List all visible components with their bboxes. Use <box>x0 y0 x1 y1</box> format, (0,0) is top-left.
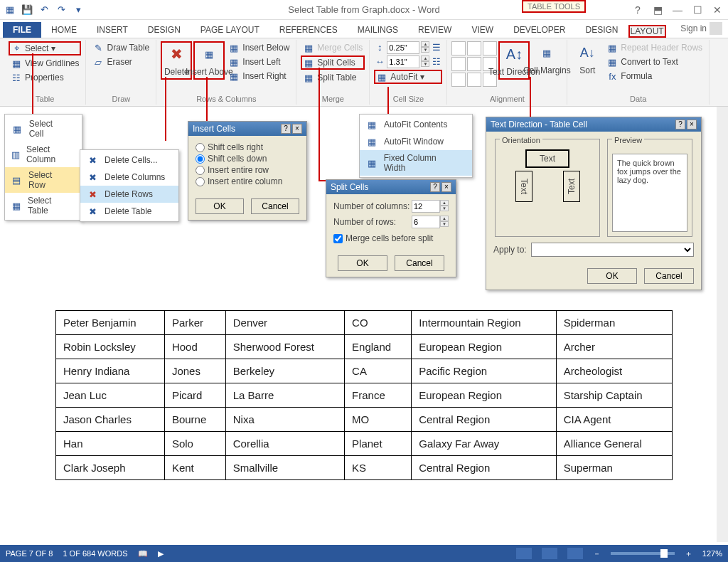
tab-design1[interactable]: DESIGN <box>138 22 191 38</box>
table-cell[interactable]: CIA Agent <box>556 408 672 432</box>
insert-left-button[interactable]: ▦Insert Left <box>226 55 291 68</box>
select-button[interactable]: ⌖Select ▾ <box>9 41 81 55</box>
cols-spin[interactable]: ▲▼ <box>440 200 449 213</box>
tab-pagelayout[interactable]: PAGE LAYOUT <box>191 22 269 38</box>
signin[interactable]: Sign in <box>675 19 728 38</box>
table-cell[interactable]: CA <box>345 359 412 383</box>
redo-icon[interactable]: ↷ <box>54 3 68 17</box>
weblayout-icon[interactable] <box>567 548 583 559</box>
table-cell[interactable]: KS <box>345 456 412 480</box>
zoom-value[interactable]: 127% <box>702 549 722 558</box>
zoom-in-icon[interactable]: ＋ <box>685 548 692 559</box>
fixed-width-item[interactable]: ▦Fixed Column Width <box>360 150 472 176</box>
table-cell[interactable]: Smallville <box>225 456 344 480</box>
delete-rows-item[interactable]: ✖Delete Rows <box>80 186 178 203</box>
width-spinner[interactable]: ▲▼ <box>421 55 429 67</box>
table-row[interactable]: Clark JosephKentSmallvilleKSCentral Regi… <box>56 456 673 480</box>
rows-spin[interactable]: ▲▼ <box>440 216 449 228</box>
insert-col-radio[interactable]: Insert entire column <box>196 176 299 187</box>
ok-button[interactable]: OK <box>196 198 244 214</box>
tab-file[interactable]: FILE <box>3 22 41 38</box>
select-column-item[interactable]: ▥Select Column <box>5 142 82 167</box>
apply-select[interactable] <box>531 243 694 257</box>
close-icon[interactable]: × <box>441 182 451 192</box>
table-cell[interactable]: Berkeley <box>225 359 344 383</box>
delete-cells-item[interactable]: ✖Delete Cells... <box>80 152 178 169</box>
tab-layout[interactable]: LAYOUT <box>628 25 666 38</box>
table-cell[interactable]: European Region <box>412 335 556 359</box>
spell-icon[interactable]: 📖 <box>138 549 148 558</box>
word-icon[interactable]: ▦ <box>3 3 17 17</box>
table-cell[interactable]: European Region <box>412 383 556 408</box>
text-vert1-button[interactable]: Text <box>515 171 532 202</box>
table-cell[interactable]: MO <box>345 408 412 432</box>
printlayout-icon[interactable] <box>542 548 557 559</box>
table-cell[interactable]: Picard <box>164 383 225 408</box>
help-icon[interactable]: ? <box>630 4 646 16</box>
close-icon[interactable]: × <box>687 120 697 129</box>
insert-above-button[interactable]: ▦Insert Above <box>193 41 225 80</box>
table-cell[interactable]: La Barre <box>225 383 344 408</box>
macro-icon[interactable]: ▶ <box>158 549 164 558</box>
table-cell[interactable]: Alliance General <box>556 432 672 456</box>
cancel-button[interactable]: Cancel <box>395 255 444 271</box>
table-cell[interactable]: France <box>345 383 412 408</box>
close-icon[interactable]: × <box>292 124 302 134</box>
tab-developer[interactable]: DEVELOPER <box>503 22 575 38</box>
table-cell[interactable]: Archeologist <box>556 359 672 383</box>
table-cell[interactable]: Sherwood Forest <box>225 335 344 359</box>
rows-input[interactable] <box>412 216 440 228</box>
table-cell[interactable]: Bourne <box>164 408 225 432</box>
table-cell[interactable]: Robin Locksley <box>56 335 165 359</box>
maximize-icon[interactable]: ☐ <box>690 4 705 16</box>
table-row[interactable]: Robin LocksleyHoodSherwood ForestEngland… <box>56 335 673 359</box>
table-row[interactable]: Jean LucPicardLa BarreFranceEuropean Reg… <box>56 383 673 408</box>
select-cell-item[interactable]: ▦Select Cell <box>5 116 82 142</box>
help-icon[interactable]: ? <box>430 182 440 192</box>
undo-icon[interactable]: ↶ <box>37 3 51 17</box>
tab-mailings[interactable]: MAILINGS <box>348 22 408 38</box>
insert-below-button[interactable]: ▦Insert Below <box>226 41 291 54</box>
table-cell[interactable]: Jones <box>164 359 225 383</box>
close-icon[interactable]: ✕ <box>710 4 725 16</box>
table-cell[interactable]: Planet <box>345 432 412 456</box>
table-cell[interactable]: England <box>345 335 412 359</box>
table-cell[interactable]: CO <box>345 311 412 335</box>
table-cell[interactable]: Kent <box>164 456 225 480</box>
distrib-cols-icon[interactable]: ☷ <box>431 55 442 67</box>
save-icon[interactable]: 💾 <box>20 3 34 17</box>
select-table-item[interactable]: ▦Select Table <box>5 193 82 218</box>
table-cell[interactable]: Parker <box>164 311 225 335</box>
insert-row-radio[interactable]: Insert entire row <box>196 164 299 176</box>
readmode-icon[interactable] <box>516 548 532 559</box>
minimize-icon[interactable]: — <box>670 4 685 16</box>
autofit-button[interactable]: ▦AutoFit ▾ <box>374 70 442 84</box>
autofit-contents-item[interactable]: ▦AutoFit Contents <box>360 116 472 133</box>
qat-custom-icon[interactable]: ▾ <box>71 3 85 17</box>
tab-design2[interactable]: DESIGN <box>575 22 628 38</box>
table-cell[interactable]: Central Region <box>412 408 556 432</box>
autofit-window-item[interactable]: ▦AutoFit Window <box>360 133 472 150</box>
table-cell[interactable]: Corellia <box>225 432 344 456</box>
ok-button[interactable]: OK <box>587 268 637 284</box>
cancel-button[interactable]: Cancel <box>251 198 299 214</box>
table-cell[interactable]: Solo <box>164 432 225 456</box>
table-cell[interactable]: Han <box>56 432 165 456</box>
page-status[interactable]: PAGE 7 OF 8 <box>6 549 53 558</box>
text-horiz-button[interactable]: Text <box>525 149 569 168</box>
split-cells-button[interactable]: ▦Split Cells <box>301 55 365 70</box>
height-spinner[interactable]: ▲▼ <box>421 41 429 53</box>
table-cell[interactable]: Jason Charles <box>56 408 165 432</box>
cancel-button[interactable]: Cancel <box>644 268 694 284</box>
ribbon-opts-icon[interactable]: ⬒ <box>650 4 665 16</box>
table-cell[interactable]: Denver <box>225 311 344 335</box>
shift-down-radio[interactable]: Shift cells down <box>196 153 299 164</box>
table-cell[interactable]: Galaxy Far Away <box>412 432 556 456</box>
table-cell[interactable]: Henry Indiana <box>56 359 165 383</box>
width-input[interactable] <box>387 55 419 68</box>
help-icon[interactable]: ? <box>675 120 685 129</box>
properties-button[interactable]: ☷Properties <box>9 71 81 84</box>
table-row[interactable]: Henry IndianaJonesBerkeleyCAPacific Regi… <box>56 359 673 383</box>
table-cell[interactable]: Spiderman <box>556 311 672 335</box>
shift-right-radio[interactable]: Shift cells right <box>196 142 299 153</box>
